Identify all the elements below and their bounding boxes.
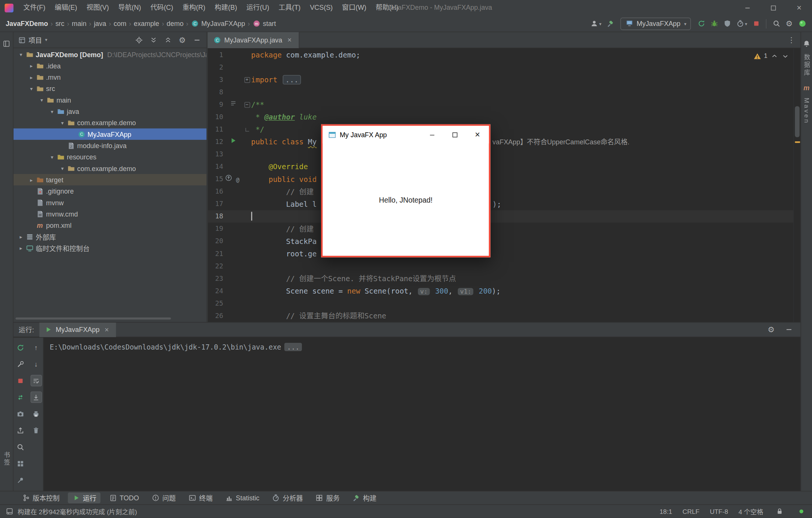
menu-item[interactable]: 工具(T): [274, 0, 305, 15]
wrench-button[interactable]: [15, 358, 26, 370]
code-line[interactable]: 10 * @author luke: [208, 111, 793, 123]
bottom-tab[interactable]: 问题: [147, 492, 180, 503]
menu-item[interactable]: 运行(U): [242, 0, 274, 15]
code-line[interactable]: 24 Scene scene = new Scene(root, v: 300,…: [208, 285, 793, 297]
rerun-button[interactable]: [15, 342, 26, 353]
editor-tab[interactable]: C MyJavaFXApp.java ×: [208, 32, 299, 48]
chevron-down-icon[interactable]: ▾: [45, 37, 47, 42]
code-line[interactable]: 2: [208, 61, 793, 74]
code-line[interactable]: 14 @Override: [208, 161, 793, 173]
menu-item[interactable]: 视图(V): [82, 0, 114, 15]
run-config-selector[interactable]: MyJavaFXApp ▾: [621, 17, 691, 30]
tree-item[interactable]: ▸外部库: [14, 231, 207, 242]
search-button[interactable]: [771, 17, 782, 30]
tree-item[interactable]: ▾main: [14, 94, 207, 106]
prev-warning-icon[interactable]: [770, 52, 778, 60]
settings-gear-button[interactable]: ⚙: [765, 323, 777, 336]
toggle-tool-windows-icon[interactable]: [5, 507, 14, 515]
chevron-down-icon[interactable]: ▾: [58, 165, 67, 171]
project-panel-title[interactable]: 项目: [29, 35, 42, 45]
fold-marker[interactable]: −: [243, 98, 251, 111]
tree-item[interactable]: mvnw: [14, 197, 207, 208]
settings-gear-button[interactable]: ⚙: [783, 17, 795, 30]
breadcrumb-item[interactable]: CMyJavaFXApp: [189, 20, 247, 28]
maximize-button[interactable]: [760, 0, 786, 15]
printer-button[interactable]: [30, 408, 42, 420]
warning-stripe-mark[interactable]: [795, 141, 800, 143]
code-line[interactable]: 17 Label l);: [208, 198, 793, 210]
coverage-shield-button[interactable]: [722, 17, 733, 30]
minimize-button[interactable]: [734, 0, 760, 15]
code-line[interactable]: 21 root.ge: [208, 247, 793, 260]
tree-item[interactable]: ▾com.example.demo: [14, 117, 207, 128]
code-line[interactable]: 9−/**: [208, 98, 793, 111]
breadcrumb-item[interactable]: example: [132, 20, 161, 27]
chevron-right-icon[interactable]: ▸: [27, 74, 36, 80]
tree-item[interactable]: ▾src: [14, 83, 207, 94]
tree-item[interactable]: Jmodule-info.java: [14, 140, 207, 151]
menu-item[interactable]: 重构(R): [178, 0, 210, 15]
tree-item[interactable]: mvnw.cmd: [14, 208, 207, 220]
green-ball-button[interactable]: [797, 17, 808, 30]
breadcrumb-item[interactable]: mstart: [251, 20, 278, 28]
code-line[interactable]: 12public class MyvaFXApp】不符合UpperCamelCa…: [208, 136, 793, 148]
code-line[interactable]: 18: [208, 210, 793, 223]
chevron-down-icon[interactable]: ▾: [48, 154, 56, 160]
chevron-right-icon[interactable]: ▸: [17, 245, 25, 251]
breadcrumb-item[interactable]: JavaFXDemo: [4, 20, 50, 27]
menu-item[interactable]: VCS(S): [305, 0, 337, 15]
bottom-tab[interactable]: 服务: [311, 492, 344, 503]
chevron-right-icon[interactable]: ▸: [27, 63, 36, 68]
profiler-button[interactable]: ▾: [735, 17, 749, 30]
menu-item[interactable]: 构建(B): [210, 0, 242, 15]
dialog-maximize-button[interactable]: [443, 126, 466, 144]
lock-button[interactable]: [774, 505, 785, 518]
camera-button[interactable]: [15, 408, 26, 420]
status-widget[interactable]: UTF-8: [710, 508, 728, 515]
run-gutter-gutter[interactable]: [229, 136, 237, 148]
wrap-button[interactable]: [30, 375, 42, 386]
down-button[interactable]: ↓: [30, 358, 42, 370]
dialog-minimize-button[interactable]: [421, 126, 444, 144]
code-line[interactable]: 20 StackPa: [208, 235, 793, 247]
next-warning-icon[interactable]: [781, 52, 789, 60]
breadcrumb-item[interactable]: main: [70, 20, 88, 27]
code-line[interactable]: 22: [208, 260, 793, 273]
bottom-tab[interactable]: TODO: [105, 492, 143, 503]
code-line[interactable]: 8: [208, 86, 793, 98]
code-line[interactable]: 25: [208, 297, 793, 310]
stop-button[interactable]: [15, 375, 26, 386]
tree-item[interactable]: CMyJavaFXApp: [14, 129, 207, 140]
tool-stripe-label[interactable]: Maven: [803, 98, 810, 124]
code-line[interactable]: 15@ public void: [208, 173, 793, 185]
status-widget[interactable]: CRLF: [683, 508, 700, 515]
code-editor[interactable]: 1package com.example.demo;23+import ...8…: [208, 48, 793, 322]
tool-stripe-label[interactable]: 数据库: [802, 54, 811, 77]
menu-item[interactable]: 导航(N): [114, 0, 145, 15]
chevron-right-icon[interactable]: ▸: [17, 234, 25, 239]
console-expand-chip[interactable]: ...: [284, 343, 302, 351]
code-line[interactable]: 16 // 创建: [208, 185, 793, 198]
fold-marker[interactable]: [243, 123, 251, 136]
hide-button[interactable]: [191, 34, 202, 46]
tree-item[interactable]: mpom.xml: [14, 220, 207, 231]
export-button[interactable]: [15, 425, 26, 436]
collapse-all-button[interactable]: [162, 34, 173, 46]
status-widget[interactable]: 4 个空格: [738, 506, 763, 516]
tree-item[interactable]: ▸.idea: [14, 60, 207, 71]
bottom-tab[interactable]: 版本控制: [18, 492, 64, 503]
tree-item[interactable]: ▾com.example.demo: [14, 163, 207, 174]
close-tab-icon[interactable]: ×: [103, 326, 111, 334]
swap-button[interactable]: [15, 391, 26, 403]
locate-button[interactable]: [133, 34, 144, 46]
tool-window-button[interactable]: [1, 37, 12, 50]
menu-item[interactable]: 窗口(W): [337, 0, 371, 15]
bookmarks-stripe-button[interactable]: 书签: [2, 451, 11, 467]
build-hammer-button[interactable]: [604, 17, 616, 30]
pin-button[interactable]: [15, 474, 26, 486]
chevron-right-icon[interactable]: ▸: [27, 177, 36, 182]
tab-options-icon[interactable]: ⋮: [782, 36, 801, 44]
breadcrumb-item[interactable]: demo: [165, 20, 185, 27]
bottom-tab[interactable]: 运行: [68, 492, 100, 503]
editor-scrollbar[interactable]: [793, 48, 800, 322]
